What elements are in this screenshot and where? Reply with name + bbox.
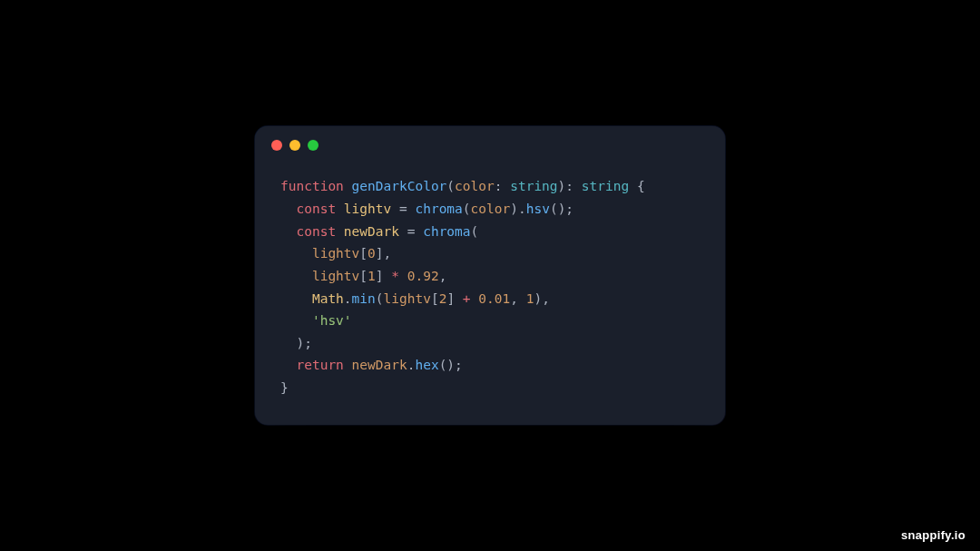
number: 0 bbox=[368, 246, 376, 261]
variable: newDark bbox=[344, 224, 399, 239]
paren: ); bbox=[296, 336, 311, 350]
paren: ( bbox=[446, 179, 455, 193]
paren: ), bbox=[534, 291, 549, 306]
number: 1 bbox=[368, 269, 376, 283]
space bbox=[399, 269, 407, 283]
type-annotation: string bbox=[510, 179, 557, 193]
brace: } bbox=[280, 380, 289, 395]
bracket: ] bbox=[376, 269, 391, 283]
dot: ). bbox=[510, 202, 525, 216]
semicolon: (); bbox=[439, 358, 463, 372]
number: 0.01 bbox=[478, 291, 510, 306]
window-titlebar bbox=[255, 126, 725, 164]
equals: = bbox=[391, 202, 415, 216]
comma: , bbox=[439, 269, 447, 283]
watermark: snappify.io bbox=[901, 528, 965, 542]
call: chroma bbox=[423, 224, 470, 239]
array-access: lightv bbox=[312, 269, 359, 283]
colon: : bbox=[495, 179, 510, 193]
method: hsv bbox=[526, 202, 550, 216]
paren: ): bbox=[558, 179, 582, 193]
comma: , bbox=[510, 291, 525, 306]
close-icon[interactable] bbox=[271, 140, 282, 151]
keyword-function: function bbox=[280, 179, 344, 193]
code-window: function genDarkColor(color: string): st… bbox=[255, 126, 725, 424]
paren: ( bbox=[463, 202, 471, 216]
method: min bbox=[352, 291, 376, 306]
call: chroma bbox=[415, 202, 462, 216]
minimize-icon[interactable] bbox=[289, 140, 300, 151]
number: 0.92 bbox=[407, 269, 439, 283]
equals: = bbox=[399, 224, 423, 239]
space bbox=[344, 358, 352, 372]
bracket: ], bbox=[376, 246, 391, 261]
bracket: ] bbox=[446, 291, 462, 306]
string: 'hsv' bbox=[312, 313, 352, 328]
code-block: function genDarkColor(color: string): st… bbox=[255, 164, 725, 424]
brace: { bbox=[629, 179, 644, 193]
param-name: color bbox=[455, 179, 495, 193]
operator: * bbox=[391, 269, 399, 283]
bracket: [ bbox=[359, 269, 368, 283]
bracket: [ bbox=[431, 291, 439, 306]
semicolon: (); bbox=[550, 202, 573, 216]
object: Math bbox=[312, 291, 344, 306]
keyword-const: const bbox=[296, 202, 336, 216]
paren: ( bbox=[376, 291, 384, 306]
space bbox=[471, 291, 479, 306]
paren: ( bbox=[471, 224, 479, 239]
function-name: genDarkColor bbox=[352, 179, 447, 193]
variable: lightv bbox=[344, 202, 391, 216]
keyword-const: const bbox=[296, 224, 336, 239]
dot: . bbox=[344, 291, 352, 306]
array-access: lightv bbox=[312, 246, 359, 261]
arg: color bbox=[471, 202, 511, 216]
operator: + bbox=[463, 291, 471, 306]
maximize-icon[interactable] bbox=[308, 140, 318, 151]
method: hex bbox=[415, 358, 438, 372]
array-access: lightv bbox=[384, 291, 431, 306]
bracket: [ bbox=[359, 246, 368, 261]
return-type: string bbox=[582, 179, 629, 193]
variable-ref: newDark bbox=[352, 358, 407, 372]
keyword-return: return bbox=[296, 358, 343, 372]
